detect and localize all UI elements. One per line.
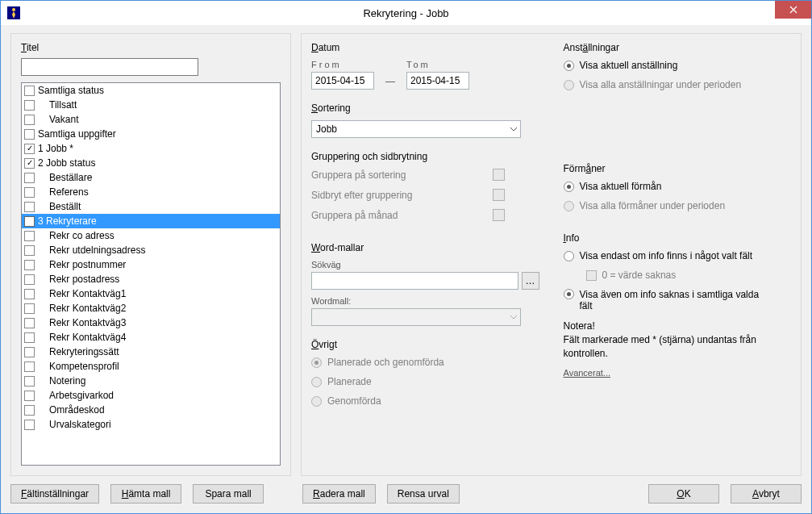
list-item[interactable]: Rekr Kontaktväg1 <box>22 286 280 301</box>
item-checkbox[interactable] <box>24 420 35 430</box>
anstall-r2-label: Visa alla anställningar under perioden <box>580 79 742 90</box>
item-checkbox[interactable] <box>24 289 35 299</box>
list-item[interactable]: 1 Jobb * <box>22 141 280 156</box>
faltinstallningar-button[interactable]: Fältinställningar <box>10 484 99 504</box>
item-label: Rekr postadress <box>38 274 119 285</box>
grp-manad-checkbox[interactable] <box>493 209 505 221</box>
info-r1-radio[interactable] <box>564 251 574 261</box>
list-item[interactable]: Samtliga status <box>22 83 280 98</box>
browse-button[interactable]: … <box>522 272 539 290</box>
list-item[interactable]: Områdeskod <box>22 403 280 417</box>
list-item[interactable]: Beställare <box>22 170 280 185</box>
item-checkbox[interactable] <box>24 391 35 401</box>
list-item[interactable]: Tillsatt <box>22 98 280 112</box>
anstall-r1-label: Visa aktuell anställning <box>580 60 678 71</box>
info-note-body: Fält markerade med * (stjärna) undantas … <box>564 333 792 361</box>
list-item[interactable]: Kompetensprofil <box>22 359 280 374</box>
list-item[interactable]: Rekr Kontaktväg2 <box>22 301 280 316</box>
item-label: Rekr Kontaktväg3 <box>38 317 126 328</box>
rensa-urval-button[interactable]: Rensa urval <box>387 484 460 504</box>
forman-r1-label: Visa aktuell förmån <box>580 181 662 192</box>
gruppering-section: Gruppering och sidbrytning Gruppera på s… <box>311 151 539 229</box>
list-item[interactable]: Urvalskategori <box>22 417 280 432</box>
item-checkbox[interactable] <box>24 303 35 314</box>
ovrigt-r2-radio[interactable] <box>311 377 322 387</box>
list-item[interactable]: 3 Rekryterare <box>22 214 280 228</box>
word-title: Word-mallar <box>311 242 539 253</box>
item-checkbox[interactable] <box>24 173 35 183</box>
item-checkbox[interactable] <box>24 245 35 256</box>
fields-listbox[interactable]: Samtliga statusTillsattVakantSamtliga up… <box>21 82 281 466</box>
list-item[interactable]: Rekr postnummer <box>22 257 280 272</box>
item-checkbox[interactable] <box>24 144 35 154</box>
list-item[interactable]: Beställt <box>22 199 280 214</box>
item-label: 2 Jobb status <box>38 157 95 169</box>
list-item[interactable]: Rekr postadress <box>22 272 280 286</box>
item-label: Referens <box>38 186 89 198</box>
item-checkbox[interactable] <box>24 405 35 416</box>
item-checkbox[interactable] <box>24 376 35 387</box>
dialog-window: Rekrytering - Jobb Titel Samtliga status… <box>0 0 812 514</box>
avbryt-button[interactable]: Avbryt <box>731 484 802 504</box>
item-checkbox[interactable] <box>24 231 35 241</box>
forman-r2-radio[interactable] <box>564 201 574 211</box>
item-checkbox[interactable] <box>24 129 35 140</box>
item-label: Tillsatt <box>38 99 77 111</box>
ovrigt-r1-radio[interactable] <box>311 357 322 368</box>
item-checkbox[interactable] <box>24 361 35 372</box>
item-checkbox[interactable] <box>24 187 35 198</box>
info-r2-radio[interactable] <box>564 289 574 299</box>
list-item[interactable]: Notering <box>22 374 280 388</box>
item-label: Samtliga status <box>38 85 104 96</box>
from-label: From <box>311 60 374 69</box>
anstall-r2-radio[interactable] <box>564 80 574 90</box>
close-button[interactable] <box>775 1 811 19</box>
list-item[interactable]: Rekr co adress <box>22 228 280 243</box>
list-item[interactable]: Rekr Kontaktväg3 <box>22 316 280 330</box>
item-checkbox[interactable] <box>24 216 35 227</box>
grp-sort-checkbox[interactable] <box>493 169 505 181</box>
item-checkbox[interactable] <box>24 115 35 125</box>
item-label: Rekr co adress <box>38 230 115 241</box>
list-item[interactable]: Samtliga uppgifter <box>22 127 280 141</box>
item-checkbox[interactable] <box>24 158 35 169</box>
info-zero-checkbox[interactable] <box>586 270 597 281</box>
list-item[interactable]: Rekryteringssätt <box>22 345 280 359</box>
item-checkbox[interactable] <box>24 274 35 285</box>
from-date-input[interactable] <box>311 72 374 90</box>
radera-mall-button[interactable]: Radera mall <box>302 484 376 504</box>
anstall-r1-radio[interactable] <box>564 61 574 71</box>
list-item[interactable]: 2 Jobb status <box>22 156 280 170</box>
wordmall-select[interactable] <box>311 308 521 326</box>
list-item[interactable]: Vakant <box>22 112 280 127</box>
spara-mall-button[interactable]: Spara mall <box>193 484 264 504</box>
item-checkbox[interactable] <box>24 260 35 270</box>
ok-button[interactable]: OK <box>648 484 719 504</box>
info-note: Notera! Fält markerade med * (stjärna) u… <box>564 320 792 360</box>
forman-title: Förmåner <box>564 163 792 174</box>
titel-label: Titel <box>21 42 281 53</box>
item-label: Beställt <box>38 201 81 212</box>
sokvag-input[interactable] <box>311 272 518 290</box>
grp-sidbryt-checkbox[interactable] <box>493 189 505 201</box>
item-checkbox[interactable] <box>24 347 35 357</box>
avancerat-link[interactable]: Avancerat... <box>564 368 611 378</box>
to-label: Tom <box>406 60 469 69</box>
sortering-select[interactable]: Jobb <box>311 120 521 138</box>
hamta-mall-button[interactable]: Hämta mall <box>110 484 181 504</box>
item-checkbox[interactable] <box>24 332 35 343</box>
list-item[interactable]: Rekr Kontaktväg4 <box>22 330 280 345</box>
list-item[interactable]: Referens <box>22 185 280 199</box>
item-checkbox[interactable] <box>24 100 35 111</box>
item-checkbox[interactable] <box>24 202 35 212</box>
ovrigt-r3-radio[interactable] <box>311 396 322 407</box>
item-checkbox[interactable] <box>24 86 35 96</box>
forman-r1-radio[interactable] <box>564 182 574 192</box>
anstallningar-section: Anställningar Visa aktuell anställning V… <box>564 42 792 98</box>
main-area: Titel Samtliga statusTillsattVakantSamtl… <box>10 33 802 476</box>
list-item[interactable]: Arbetsgivarkod <box>22 388 280 403</box>
list-item[interactable]: Rekr utdelningsadress <box>22 243 280 257</box>
item-checkbox[interactable] <box>24 318 35 328</box>
titel-input[interactable] <box>21 58 198 76</box>
to-date-input[interactable] <box>406 72 469 90</box>
